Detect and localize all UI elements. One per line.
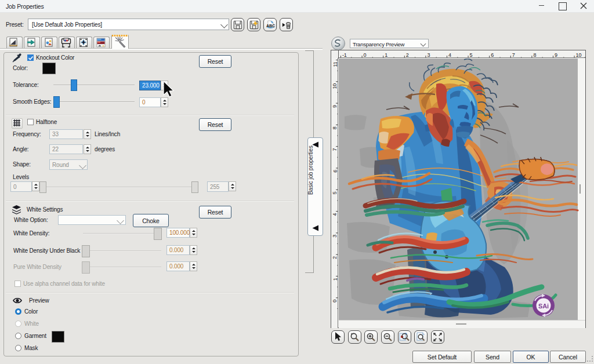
- svg-text:4: 4: [332, 213, 338, 216]
- svg-text:10: 10: [576, 52, 582, 58]
- svg-text:8: 8: [533, 52, 536, 58]
- svg-text:11: 11: [332, 61, 338, 67]
- svg-text:9: 9: [332, 105, 338, 108]
- svg-text:6: 6: [332, 170, 338, 173]
- svg-text:5: 5: [332, 191, 338, 194]
- svg-text:0: 0: [364, 52, 367, 58]
- svg-text:1: 1: [332, 278, 338, 281]
- svg-text:8: 8: [332, 126, 338, 129]
- svg-text:1: 1: [385, 52, 387, 58]
- svg-text:0: 0: [332, 300, 338, 303]
- svg-text:6: 6: [491, 52, 494, 58]
- svg-text:2: 2: [406, 52, 409, 58]
- svg-text:9: 9: [555, 52, 557, 58]
- svg-text:4: 4: [448, 52, 451, 58]
- svg-text:-1: -1: [342, 52, 347, 58]
- svg-text:10: 10: [332, 83, 338, 89]
- svg-text:2: 2: [332, 256, 338, 259]
- svg-text:5: 5: [470, 52, 473, 58]
- svg-text:SAi: SAi: [538, 303, 549, 310]
- svg-text:ABC: ABC: [266, 24, 275, 28]
- svg-text:7: 7: [332, 148, 338, 151]
- svg-text:7: 7: [512, 52, 515, 58]
- svg-text:3: 3: [427, 52, 430, 58]
- svg-text:3: 3: [332, 235, 338, 238]
